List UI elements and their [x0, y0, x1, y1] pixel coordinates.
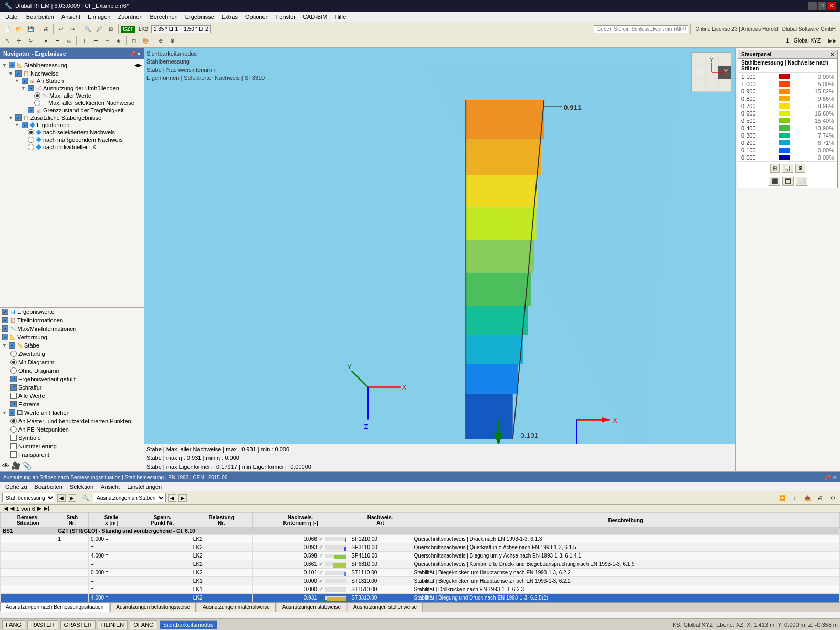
- status-hlinien[interactable]: HLINIEN: [98, 620, 128, 629]
- radio-zweifarbig[interactable]: [10, 351, 17, 357]
- more-button[interactable]: ▶▶: [827, 35, 838, 46]
- nav-item-stahlbemessung[interactable]: ▼ ✓ 📐 Stahlbemessung ◀▶: [1, 61, 143, 69]
- checkbox-ergebnis[interactable]: ✓: [2, 309, 8, 315]
- menu-datei[interactable]: Datei: [2, 13, 22, 20]
- checkbox-symbole[interactable]: [10, 435, 17, 441]
- nav-bottom-fe-netz[interactable]: An FE-Netzpunkten: [0, 425, 144, 434]
- checkbox-ergebnisverl[interactable]: ✓: [10, 376, 17, 382]
- nav-bottom-extrema[interactable]: ✓ Extrema: [0, 400, 144, 408]
- checkbox-stahlbemessung[interactable]: ✓: [9, 62, 15, 68]
- save-button[interactable]: 💾: [25, 24, 36, 34]
- nav-item-individ-lk[interactable]: ▶ 🔷 nach individueller LK: [20, 143, 143, 151]
- nav-bottom-ohne-diagramm[interactable]: Ohne Diagramm: [0, 366, 144, 375]
- menu-bearbeiten-panel[interactable]: Bearbeiten: [32, 483, 66, 490]
- menu-ansicht-panel[interactable]: Ansicht: [98, 483, 123, 490]
- table-row[interactable]: 1 0.000 = LK2 0.066 ✓ SP1210.00 Querschn…: [1, 535, 840, 543]
- table-row[interactable]: 4.000 = LK2 0.598 ✓ SP4110.00 Querschnit…: [1, 552, 840, 560]
- checkbox-eigenformen[interactable]: ✓: [22, 122, 28, 128]
- nav-item-eigenformen[interactable]: ▼ ✓ 🔷 Eigenformen: [14, 121, 143, 129]
- view-3d-button[interactable]: ◈: [113, 35, 124, 46]
- nav-bottom-symbole[interactable]: Symbole: [0, 434, 144, 442]
- minimize-button[interactable]: ─: [808, 2, 817, 10]
- node-button[interactable]: ●: [40, 35, 51, 46]
- menu-berechnen[interactable]: Berechnen: [147, 13, 181, 20]
- menu-fenster[interactable]: Fenster: [273, 13, 299, 20]
- status-graster[interactable]: GRASTER: [60, 620, 96, 629]
- dropdown-prev[interactable]: ◀: [57, 494, 66, 502]
- checkbox-an-staeben[interactable]: ✓: [22, 78, 28, 84]
- nav-item-massgebend-nachweis[interactable]: ▶ 🔷 nach maßgebendem Nachweis: [20, 136, 143, 143]
- sp-btn-1[interactable]: ⬛: [769, 177, 780, 186]
- nav-item-max-alle[interactable]: ▶ 📉 Max. aller Werte: [26, 92, 143, 99]
- menu-gehe-zu[interactable]: Gehe zu: [2, 483, 30, 490]
- view-side-button[interactable]: ⊣: [102, 35, 112, 46]
- radio-mit-diagramm[interactable]: [10, 359, 17, 365]
- nav-item-max-selektiert[interactable]: ▶ — Max. aller selektierten Nachweise: [26, 99, 143, 107]
- tb-settings2[interactable]: ⚙: [827, 492, 838, 503]
- nav-bottom-zweifarbig[interactable]: Zweifarbig: [0, 350, 144, 358]
- menu-extras[interactable]: Extras: [218, 13, 241, 20]
- redo-button[interactable]: ↪: [67, 24, 78, 34]
- checkbox-nummerierung[interactable]: [10, 443, 17, 449]
- nav-bottom-transparent[interactable]: Transparent: [0, 450, 144, 459]
- menu-ergebnisse[interactable]: Ergebnisse: [182, 13, 217, 20]
- table-row[interactable]: 0.000 = LK2 0.101 ✓ ST1110.00 Stabilität…: [1, 569, 840, 577]
- rotate-button[interactable]: ↻: [25, 35, 36, 46]
- radio-massgebend-nachweis[interactable]: [28, 136, 34, 143]
- tb-export[interactable]: 📤: [802, 492, 813, 503]
- nav-item-ausnutzung[interactable]: ▼ ✓ 📈 Ausnutzung der Umhüllenden: [20, 85, 143, 92]
- tab-bemessungssituation[interactable]: Ausnutzungen nach Bemessungssituation: [0, 603, 109, 612]
- center-3d-view[interactable]: Sichtbarkeitsmodus Stahlbemessung Stäbe …: [144, 48, 735, 472]
- checkbox-nachweise[interactable]: ✓: [15, 70, 22, 77]
- menu-einfuegen[interactable]: Einfügen: [85, 13, 113, 20]
- nav-item-selekt-nachweis[interactable]: ▶ 🔷 nach selektiertem Nachweis: [20, 129, 143, 136]
- line-button[interactable]: ━: [52, 35, 62, 46]
- status-ofang[interactable]: OFANG: [130, 620, 158, 629]
- nav-bottom-ergebnis[interactable]: ✓ 📊 Ergebniswerte: [0, 308, 144, 316]
- tab-belastungsweise[interactable]: Ausnutzungen belastungsweise: [110, 603, 196, 612]
- fit-button[interactable]: ⊞: [106, 24, 116, 34]
- sp-chart-btn[interactable]: 📊: [782, 164, 793, 173]
- axis-button[interactable]: ⊕: [155, 35, 166, 46]
- dropdown2-prev[interactable]: ◀: [168, 494, 176, 502]
- search-input[interactable]: [594, 25, 688, 33]
- maximize-button[interactable]: □: [818, 2, 826, 10]
- table-row[interactable]: = LK1 0.000 ✓ ST1310.00 Stabilität | Bie…: [1, 577, 840, 585]
- page-prev[interactable]: ◀: [10, 505, 14, 512]
- nav-close-button[interactable]: ✕: [136, 51, 141, 57]
- status-raster[interactable]: RASTER: [27, 620, 58, 629]
- menu-hilfe[interactable]: Hilfe: [331, 13, 349, 20]
- sp-table-btn[interactable]: ⊞: [770, 164, 780, 173]
- dropdown-ausnutzungen[interactable]: Ausnutzungen an Stäben: [93, 493, 166, 502]
- nav-bottom-alle-werte[interactable]: Alle Werte: [0, 392, 144, 400]
- table-row[interactable]: = LK2 0.093 ✓ SP3110.00 Querschnittsnach…: [1, 543, 840, 552]
- tab-stabweise[interactable]: Ausnutzungen stabweise: [277, 603, 346, 612]
- menu-ansicht[interactable]: Ansicht: [58, 13, 83, 20]
- nav-bottom-raster[interactable]: An Raster- und benutzerdefinierten Punkt…: [0, 417, 144, 425]
- nav-bottom-verform[interactable]: ✓ 📐 Verformung: [0, 333, 144, 341]
- tb-sort[interactable]: ↕: [790, 492, 800, 503]
- print-button[interactable]: 🖨: [40, 24, 51, 34]
- sp-btn-2[interactable]: 🔲: [782, 177, 794, 186]
- nav-bottom-staebe[interactable]: ▼ ✓ 📏 Stäbe: [0, 341, 144, 350]
- checkbox-ausnutzung[interactable]: ✓: [28, 85, 34, 91]
- radio-max-alle[interactable]: [34, 92, 40, 99]
- nav-bottom-titel[interactable]: ✓ 📋 Titelinformationen: [0, 316, 144, 324]
- page-first[interactable]: |◀: [2, 505, 8, 512]
- table-row[interactable]: 4.000 = LK2 0.931 ✓ ST3310.00 Stabilität…: [1, 594, 840, 602]
- nav-bottom-werte-flaechen[interactable]: ▼ ✓ 🔲 Werte an Flächen: [0, 408, 144, 417]
- radio-individ-lk[interactable]: [28, 144, 34, 150]
- nav-item-zusaetzlich[interactable]: ▼ ✓ 📋 Zusätzliche Stabergebnisse: [7, 114, 143, 121]
- surface-button[interactable]: ▭: [64, 35, 74, 46]
- new-button[interactable]: 📄: [2, 24, 13, 34]
- tab-stellenweise[interactable]: Ausnutzungen stellenweise: [348, 603, 423, 612]
- checkbox-extrema[interactable]: ✓: [10, 401, 17, 407]
- open-button[interactable]: 📂: [14, 24, 24, 34]
- tb-filter[interactable]: 🔽: [777, 492, 788, 503]
- checkbox-werte-flaechen[interactable]: ✓: [9, 410, 15, 416]
- view-top-button[interactable]: ⊤: [79, 35, 89, 46]
- nav-bottom-ergebnisverl[interactable]: ✓ Ergebnisverlauf gefüllt: [0, 375, 144, 383]
- nav-bottom-nummerierung[interactable]: Nummerierung: [0, 442, 144, 450]
- menu-optionen[interactable]: Optionen: [242, 13, 272, 20]
- radio-selekt-nachweis[interactable]: [28, 129, 34, 135]
